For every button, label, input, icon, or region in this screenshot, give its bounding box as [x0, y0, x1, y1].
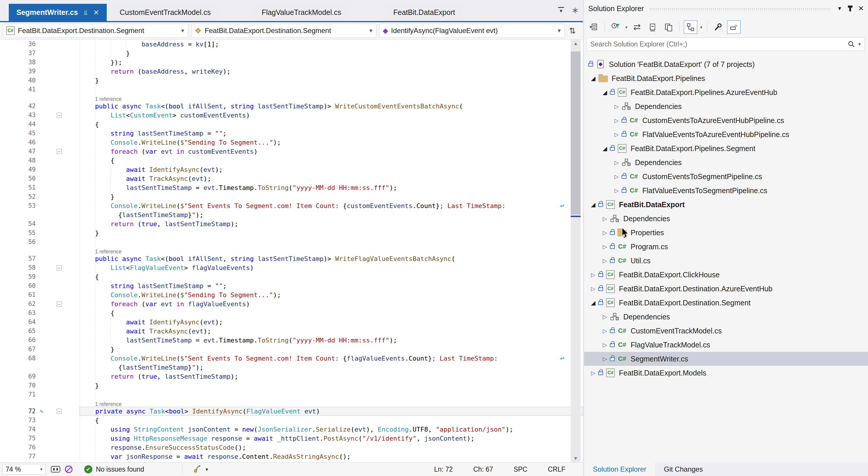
tree-item-program-cs[interactable]: ▷C#Program.cs: [584, 240, 868, 254]
copilot-status-icon[interactable]: [65, 466, 72, 473]
tree-item-featbit-dataexport[interactable]: ◢C#FeatBit.DataExport: [584, 197, 868, 212]
member-sort-icon[interactable]: ⇅: [569, 26, 576, 36]
tree-item-util-cs[interactable]: ▷C#Util.cs: [584, 254, 868, 268]
tree-item-featbit-dataexport-pipelines[interactable]: ◢FeatBit.DataExport.Pipelines: [584, 71, 868, 85]
expander-closed-icon[interactable]: ▷: [612, 173, 622, 180]
tree-item-featbit-dataexport-models[interactable]: ▷C#FeatBit.DataExport.Models: [584, 366, 868, 380]
document-tab-customeventtrackmodel-cs[interactable]: CustomEventTrackModel.cs: [112, 4, 218, 21]
nav-dropdown-2[interactable]: ❖FeatBit.DataExport.Destination.Segment▼: [191, 24, 377, 38]
chevron-down-icon[interactable]: ▼: [858, 42, 862, 46]
search-icon[interactable]: [847, 40, 855, 48]
scrollbar-up-icon[interactable]: ▲: [571, 41, 581, 46]
column-indicator[interactable]: Ch: 67: [473, 466, 493, 473]
expander-closed-icon[interactable]: ▷: [600, 257, 610, 264]
drag-grip[interactable]: [649, 8, 832, 11]
sync-active-document-button[interactable]: [684, 21, 697, 34]
zoom-selector[interactable]: 74 % ▾: [2, 464, 45, 475]
close-icon[interactable]: ✕: [858, 4, 864, 12]
tree-item-featbit-dataexport-pipelines-segment[interactable]: ◢C#FeatBit.DataExport.Pipelines.Segment: [584, 141, 868, 155]
collapse-all-button[interactable]: [646, 21, 659, 34]
expander-closed-icon[interactable]: ▷: [600, 314, 610, 320]
panel-title-bar[interactable]: Solution Explorer ▼ ✕: [584, 2, 868, 15]
codelens-references[interactable]: 1 reference: [95, 96, 122, 102]
tree-item-customeventtrackmodel-cs[interactable]: ▷C#CustomEventTrackModel.cs: [584, 324, 868, 338]
expander-open-icon[interactable]: ◢: [588, 299, 598, 306]
panel-tab-git-changes[interactable]: Git Changes: [655, 462, 712, 476]
expander-open-icon[interactable]: ◢: [588, 201, 598, 208]
collapse-region-icon[interactable]: –: [57, 302, 62, 307]
pin-icon[interactable]: ⫫: [84, 9, 87, 17]
tree-item-featbit-dataexport-clickhouse[interactable]: ▷C#FeatBit.DataExport.ClickHouse: [584, 268, 868, 282]
expander-open-icon[interactable]: ◢: [600, 145, 610, 152]
code-editor[interactable]: 36baseAddress = kv[1];37}38});39return (…: [0, 40, 583, 462]
scrollbar-down-icon[interactable]: ▼: [571, 456, 581, 461]
expander-closed-icon[interactable]: ▷: [612, 159, 622, 166]
expander-closed-icon[interactable]: ▷: [600, 356, 610, 362]
tree-item-dependencies[interactable]: ▷Dependencies: [584, 155, 868, 169]
solution-search-box[interactable]: Search Solution Explorer (Ctrl+;) ▼: [586, 37, 865, 51]
chevron-down-icon[interactable]: ▾: [700, 25, 702, 30]
tree-item-segmentwriter-cs[interactable]: ▷C#SegmentWriter.cs: [584, 352, 868, 366]
expander-closed-icon[interactable]: ▷: [588, 285, 598, 292]
expander-closed-icon[interactable]: ▷: [600, 215, 610, 222]
spaces-indicator[interactable]: SPC: [514, 466, 527, 473]
tree-item-solution-featbit-dataexport-7-of-7-projects-[interactable]: Solution 'FeatBit.DataExport' (7 of 7 pr…: [584, 57, 868, 71]
tree-item-flatvalueeventstosegmentpipeline-cs[interactable]: ▷C#FlatValueEventsToSegmentPipeline.cs: [584, 184, 868, 197]
nav-dropdown-3[interactable]: ◆IdentifyAsync(FlagValueEvent evt)▼: [379, 24, 565, 38]
expander-open-icon[interactable]: ◢: [600, 89, 610, 96]
panel-tab-solution-explorer[interactable]: Solution Explorer: [584, 462, 655, 476]
window-layout-icon[interactable]: ∗: [571, 6, 579, 14]
nav-dropdown-1[interactable]: C#FeatBit.DataExport.Destination.Segment…: [3, 24, 188, 38]
expander-closed-icon[interactable]: ▷: [600, 327, 610, 334]
tree-item-featbit-dataexport-destination-segment[interactable]: ◢C#FeatBit.DataExport.Destination.Segmen…: [584, 296, 868, 310]
expander-closed-icon[interactable]: ▷: [600, 342, 610, 348]
tree-item-flagvaluetrackmodel-cs[interactable]: ▷C#FlagValueTrackModel.cs: [584, 338, 868, 352]
tree-item-flatvalueeventstoazureeventhubpipeline-cs[interactable]: ▷C#FlatValueEventsToAzureEventHubPipelin…: [584, 127, 868, 141]
code-cleanup-button[interactable]: ▼: [193, 465, 209, 474]
pin-icon[interactable]: [849, 5, 851, 11]
collapse-region-icon[interactable]: –: [57, 149, 62, 154]
document-tab-featbit-dataexport[interactable]: FeatBit.DataExport: [385, 4, 463, 21]
collapse-region-icon[interactable]: –: [57, 409, 62, 414]
copy-properties-button[interactable]: [662, 21, 675, 34]
wrench-button[interactable]: [711, 21, 725, 34]
expander-closed-icon[interactable]: ▷: [588, 272, 598, 278]
collapse-region-icon[interactable]: –: [57, 265, 62, 270]
copilot-icon[interactable]: [51, 466, 60, 473]
expander-closed-icon[interactable]: ▷: [612, 131, 622, 138]
pending-changes-filter-button[interactable]: [609, 21, 622, 34]
line-ending-indicator[interactable]: CRLF: [548, 466, 565, 473]
tree-item-featbit-dataexport-destination-azureeventhub[interactable]: ▷C#FeatBit.DataExport.Destination.AzureE…: [584, 282, 868, 296]
expander-closed-icon[interactable]: ▷: [612, 117, 622, 124]
open-documents-dropdown-icon[interactable]: ▼: [558, 7, 564, 14]
tree-item-dependencies[interactable]: ▷Dependencies: [584, 99, 868, 114]
document-tab-segmentwriter-cs[interactable]: SegmentWriter.cs⫫✕: [9, 4, 107, 21]
preview-changes-button[interactable]: [727, 21, 741, 34]
expander-closed-icon[interactable]: ▷: [600, 229, 610, 236]
switch-views-button[interactable]: [587, 21, 600, 34]
collapse-region-icon[interactable]: –: [57, 113, 62, 118]
document-tab-flagvaluetrackmodel-cs[interactable]: FlagValueTrackModel.cs: [254, 4, 349, 21]
chevron-down-icon[interactable]: ▾: [625, 25, 627, 30]
health-check-icon[interactable]: ✔: [84, 465, 92, 473]
tree-item-customeventstoazureeventhubpipeline-cs[interactable]: ▷C#CustomEventsToAzureEventHubPipeline.c…: [584, 114, 868, 127]
issues-status[interactable]: No issues found: [96, 466, 144, 473]
scrollbar-thumb[interactable]: [571, 52, 581, 215]
tree-item-customeventstosegmentpipeline-cs[interactable]: ▷C#CustomEventsToSegmentPipeline.cs: [584, 169, 868, 184]
expander-closed-icon[interactable]: ▷: [600, 244, 610, 250]
line-indicator[interactable]: Ln: 72: [434, 466, 453, 473]
tree-item-dependencies[interactable]: ▷Dependencies: [584, 310, 868, 324]
expander-closed-icon[interactable]: ▷: [612, 103, 622, 110]
compare-arrows-button[interactable]: [630, 21, 644, 34]
window-menu-icon[interactable]: ▼: [837, 5, 842, 12]
search-input[interactable]: Search Solution Explorer (Ctrl+;): [587, 40, 847, 48]
codelens-references[interactable]: 1 reference: [95, 249, 122, 255]
tree-item-featbit-dataexport-pipelines-azureeventhub[interactable]: ◢C#FeatBit.DataExport.Pipelines.AzureEve…: [584, 85, 868, 99]
tree-item-dependencies[interactable]: ▷Dependencies: [584, 212, 868, 226]
close-icon[interactable]: ✕: [93, 8, 99, 17]
codelens-references[interactable]: 1 reference: [95, 401, 122, 407]
expander-open-icon[interactable]: ◢: [588, 75, 598, 82]
editor-vertical-scrollbar[interactable]: ▲ ▼: [571, 40, 581, 462]
expander-closed-icon[interactable]: ▷: [612, 187, 622, 194]
expander-closed-icon[interactable]: ▷: [588, 370, 598, 376]
